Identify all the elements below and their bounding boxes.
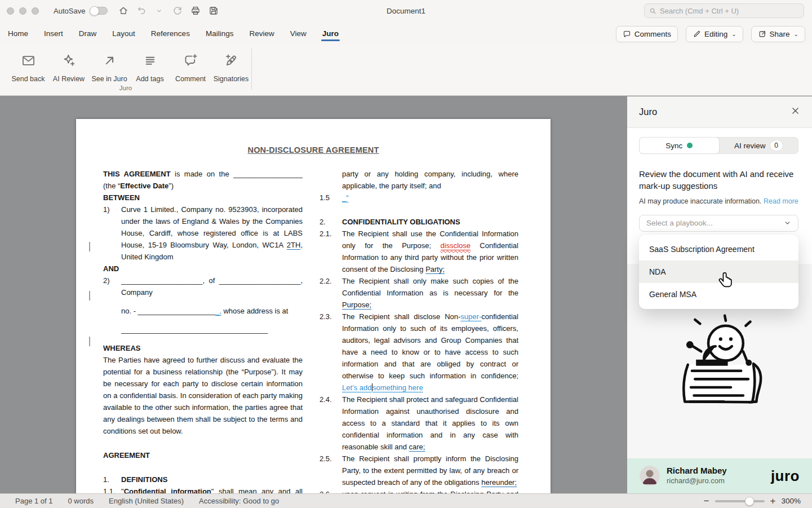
zoom-slider[interactable] — [715, 500, 765, 502]
ribbon-tab-references[interactable]: References — [151, 29, 190, 45]
ribbon-button-label: See in Juro — [91, 75, 127, 83]
sparkles-icon — [61, 53, 77, 70]
ribbon-tab-home[interactable]: Home — [8, 29, 28, 45]
window-controls — [7, 7, 39, 15]
ai-disclaimer: AI may produce inaccurate information. R… — [639, 197, 798, 205]
status-word-count[interactable]: 0 words — [68, 497, 94, 505]
doc-paragraph: AGREEMENT — [103, 449, 303, 461]
doc-paragraph: ____________________________________ — [103, 324, 303, 335]
doc-paragraph: AND — [103, 263, 303, 275]
ribbon-group-label: Juro — [0, 85, 251, 91]
autosave-toggle[interactable] — [90, 7, 108, 15]
sync-status-dot — [687, 143, 693, 148]
panel-title: Juro — [639, 107, 657, 117]
doc-paragraph: 2.4.The Recipient shall protect and safe… — [320, 394, 518, 453]
titlebar: AutoSave Document1 — [0, 0, 812, 21]
undo-icon[interactable] — [136, 6, 147, 16]
chevron-down-icon: ⌄ — [794, 31, 798, 37]
doc-paragraph: WHEREAS — [103, 342, 303, 354]
panel-footer: Richard Mabey richard@juro.com juro — [627, 458, 812, 493]
home-icon[interactable] — [118, 6, 128, 16]
juro-logo: juro — [771, 467, 800, 485]
ribbon-button-label: Comment — [175, 75, 206, 83]
doc-paragraph: 1.DEFINITIONS — [103, 474, 303, 485]
chevron-down-icon: ⌄ — [731, 31, 736, 37]
playbook-dropdown-menu: SaaS Subscription AgreementNDAGeneral MS… — [639, 235, 798, 309]
doc-paragraph: 2)____________________, of _____________… — [103, 275, 303, 298]
hand-cursor-icon — [717, 272, 735, 291]
ribbon-tab-row: HomeInsertDrawLayoutReferencesMailingsRe… — [0, 21, 812, 45]
envelope-icon — [21, 53, 36, 70]
ribbon-group-divider — [251, 48, 252, 90]
document-heading: NON-DISCLOSURE AGREEMENT — [76, 145, 551, 154]
ribbon-button-see-in-juro[interactable]: See in Juro — [89, 50, 130, 83]
ribbon-tab-draw[interactable]: Draw — [79, 29, 97, 45]
ribbon-button-label: Add tags — [136, 75, 163, 83]
ribbon-button-label: Send back — [11, 75, 45, 83]
dropdown-item-saas-subscription-agreement[interactable]: SaaS Subscription Agreement — [639, 238, 798, 260]
panel-tab-sync[interactable]: Sync — [640, 138, 719, 153]
tracked-change-bar — [89, 337, 90, 346]
doc-paragraph: 2.CONFIDENTIALITY OBLIGATIONS — [320, 216, 518, 228]
ribbon-tab-insert[interactable]: Insert — [44, 29, 63, 45]
ribbon-button-comment[interactable]: Comment — [170, 50, 211, 83]
document-title: Document1 — [387, 7, 425, 15]
ribbon-button-signatories[interactable]: Signatories — [211, 50, 251, 83]
doc-paragraph: 2.5.The Recipient shall promptly inform … — [320, 453, 518, 488]
comments-button[interactable]: Comments — [616, 26, 678, 42]
document-column-right: party or any holding company, including,… — [320, 168, 518, 493]
ribbon-button-send-back[interactable]: Send back — [8, 50, 48, 83]
user-email: richard@juro.com — [667, 476, 727, 486]
doc-paragraph: BETWEEN — [103, 192, 303, 204]
chevron-down-icon — [784, 219, 791, 227]
zoom-slider-thumb[interactable] — [745, 497, 754, 506]
status-page-count[interactable]: Page 1 of 1 — [15, 497, 53, 505]
print-icon[interactable] — [190, 6, 201, 16]
doc-paragraph: 2.2.The Recipient shall only make such c… — [320, 275, 518, 311]
zoom-in-button[interactable]: + — [770, 496, 776, 506]
status-language[interactable]: English (United States) — [109, 497, 184, 505]
document-canvas: NON-DISCLOSURE AGREEMENT THIS AGREEMENT … — [0, 96, 812, 493]
panel-tab-ai-review[interactable]: AI review0 — [719, 138, 798, 153]
document-column-left: THIS AGREEMENT is made on the __________… — [103, 168, 303, 493]
doc-paragraph: 2.6.upon request in writing from the Dis… — [320, 488, 518, 493]
tracked-change-bar — [89, 291, 90, 301]
pen-plus-icon — [224, 53, 239, 70]
close-panel-icon[interactable] — [791, 106, 800, 118]
doc-paragraph: 1.5_“ — [320, 192, 518, 204]
panel-tab-switch: SyncAI review0 — [639, 137, 798, 154]
redo-icon[interactable] — [172, 6, 183, 16]
doc-paragraph: The Parties have agreed to further discu… — [103, 354, 303, 437]
editing-mode-button[interactable]: Editing⌄ — [686, 26, 743, 42]
doc-paragraph: no. - ____________________, whose addres… — [103, 305, 303, 317]
ribbon-tab-review[interactable]: Review — [249, 29, 274, 45]
read-more-link[interactable]: Read more — [764, 197, 798, 205]
search-icon — [649, 7, 656, 15]
ai-review-count-badge: 0 — [770, 140, 783, 151]
juro-addin-panel: Juro SyncAI review0 Review the document … — [627, 96, 812, 493]
ribbon-tab-layout[interactable]: Layout — [112, 29, 135, 45]
status-accessibility[interactable]: Accessibility: Good to go — [199, 497, 279, 505]
ribbon-button-add-tags[interactable]: Add tags — [130, 50, 170, 83]
ribbon-tab-juro[interactable]: Juro — [322, 29, 339, 45]
doc-paragraph: 2.1.The Recipient shall use the Confiden… — [320, 228, 518, 275]
share-button[interactable]: Share⌄ — [751, 26, 805, 42]
search-field[interactable] — [644, 3, 804, 18]
document-page[interactable]: NON-DISCLOSURE AGREEMENT THIS AGREEMENT … — [76, 119, 551, 493]
ribbon-tab-view[interactable]: View — [290, 29, 307, 45]
ribbon-toolbar: Send backAI ReviewSee in JuroAdd tagsCom… — [0, 45, 812, 96]
doc-paragraph: THIS AGREEMENT is made on the __________… — [103, 168, 303, 192]
share-icon — [758, 30, 766, 38]
ribbon-tab-mailings[interactable]: Mailings — [206, 29, 234, 45]
pencil-icon — [693, 30, 701, 38]
save-icon[interactable] — [208, 6, 219, 16]
zoom-out-button[interactable]: − — [704, 496, 709, 506]
close-window-button[interactable] — [7, 7, 14, 15]
zoom-window-button[interactable] — [32, 7, 39, 15]
search-input[interactable] — [660, 7, 799, 15]
ribbon-button-ai-review[interactable]: AI Review — [48, 50, 89, 83]
minimize-window-button[interactable] — [19, 7, 26, 15]
lines-icon — [143, 53, 158, 70]
undo-chevron-icon[interactable] — [154, 6, 165, 16]
playbook-select[interactable]: Select a playbook... — [639, 215, 798, 232]
